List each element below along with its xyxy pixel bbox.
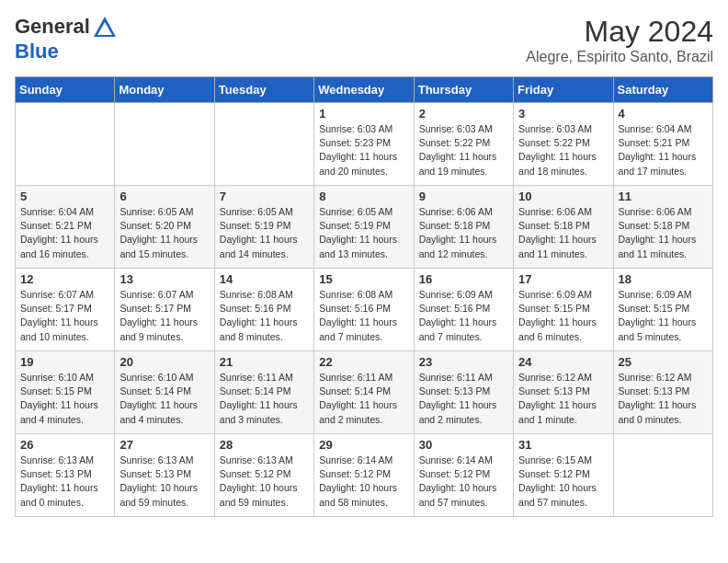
- day-number: 27: [119, 438, 209, 452]
- day-info: Sunrise: 6:03 AM Sunset: 5:23 PM Dayligh…: [319, 122, 408, 178]
- day-info: Sunrise: 6:07 AM Sunset: 5:17 PM Dayligh…: [119, 288, 209, 344]
- calendar-cell: 17Sunrise: 6:09 AM Sunset: 5:15 PM Dayli…: [514, 269, 613, 351]
- calendar-week-1: 1Sunrise: 6:03 AM Sunset: 5:23 PM Daylig…: [16, 103, 713, 186]
- calendar-week-4: 19Sunrise: 6:10 AM Sunset: 5:15 PM Dayli…: [16, 351, 713, 434]
- calendar-header-row: SundayMondayTuesdayWednesdayThursdayFrid…: [16, 77, 713, 103]
- calendar-body: 1Sunrise: 6:03 AM Sunset: 5:23 PM Daylig…: [16, 103, 713, 517]
- calendar-week-2: 5Sunrise: 6:04 AM Sunset: 5:21 PM Daylig…: [16, 186, 713, 269]
- location: Alegre, Espirito Santo, Brazil: [526, 49, 713, 65]
- calendar-cell: 12Sunrise: 6:07 AM Sunset: 5:17 PM Dayli…: [16, 269, 115, 351]
- calendar-cell: 27Sunrise: 6:13 AM Sunset: 5:13 PM Dayli…: [115, 434, 214, 517]
- day-info: Sunrise: 6:05 AM Sunset: 5:20 PM Dayligh…: [119, 205, 209, 261]
- day-header-friday: Friday: [514, 77, 613, 103]
- day-header-wednesday: Wednesday: [314, 77, 414, 103]
- calendar-cell: 25Sunrise: 6:12 AM Sunset: 5:13 PM Dayli…: [613, 351, 712, 434]
- day-number: 11: [619, 190, 708, 203]
- calendar-cell: [16, 103, 115, 186]
- calendar-week-3: 12Sunrise: 6:07 AM Sunset: 5:17 PM Dayli…: [16, 269, 713, 351]
- day-info: Sunrise: 6:10 AM Sunset: 5:15 PM Dayligh…: [20, 371, 109, 427]
- calendar-cell: 26Sunrise: 6:13 AM Sunset: 5:13 PM Dayli…: [16, 434, 115, 517]
- calendar-cell: 31Sunrise: 6:15 AM Sunset: 5:12 PM Dayli…: [514, 434, 613, 517]
- day-header-tuesday: Tuesday: [214, 77, 313, 103]
- calendar-cell: 22Sunrise: 6:11 AM Sunset: 5:14 PM Dayli…: [314, 351, 414, 434]
- day-info: Sunrise: 6:08 AM Sunset: 5:16 PM Dayligh…: [319, 288, 408, 344]
- day-number: 20: [119, 355, 209, 369]
- day-info: Sunrise: 6:04 AM Sunset: 5:21 PM Dayligh…: [619, 122, 708, 178]
- day-number: 28: [220, 438, 309, 452]
- logo-blue: Blue: [15, 40, 59, 63]
- calendar-cell: 10Sunrise: 6:06 AM Sunset: 5:18 PM Dayli…: [514, 186, 613, 269]
- day-info: Sunrise: 6:06 AM Sunset: 5:18 PM Dayligh…: [518, 205, 608, 261]
- day-info: Sunrise: 6:09 AM Sunset: 5:15 PM Dayligh…: [619, 288, 708, 344]
- calendar-cell: 13Sunrise: 6:07 AM Sunset: 5:17 PM Dayli…: [115, 269, 214, 351]
- day-number: 1: [319, 107, 408, 121]
- day-info: Sunrise: 6:11 AM Sunset: 5:14 PM Dayligh…: [319, 371, 408, 427]
- day-number: 10: [518, 190, 608, 203]
- calendar-cell: 21Sunrise: 6:11 AM Sunset: 5:14 PM Dayli…: [214, 351, 313, 434]
- day-number: 26: [20, 438, 109, 452]
- calendar-cell: 3Sunrise: 6:03 AM Sunset: 5:22 PM Daylig…: [514, 103, 613, 186]
- calendar-cell: 30Sunrise: 6:14 AM Sunset: 5:12 PM Dayli…: [414, 434, 513, 517]
- day-info: Sunrise: 6:09 AM Sunset: 5:16 PM Dayligh…: [419, 288, 508, 344]
- day-info: Sunrise: 6:07 AM Sunset: 5:17 PM Dayligh…: [20, 288, 109, 344]
- calendar-cell: 8Sunrise: 6:05 AM Sunset: 5:19 PM Daylig…: [314, 186, 414, 269]
- calendar-table: SundayMondayTuesdayWednesdayThursdayFrid…: [15, 76, 713, 517]
- day-info: Sunrise: 6:06 AM Sunset: 5:18 PM Dayligh…: [619, 205, 708, 261]
- day-info: Sunrise: 6:10 AM Sunset: 5:14 PM Dayligh…: [119, 371, 209, 427]
- day-number: 15: [319, 272, 408, 286]
- calendar-cell: 29Sunrise: 6:14 AM Sunset: 5:12 PM Dayli…: [314, 434, 414, 517]
- calendar-cell: 6Sunrise: 6:05 AM Sunset: 5:20 PM Daylig…: [115, 186, 214, 269]
- page-header: GeneralBlue May 2024 Alegre, Espirito Sa…: [15, 15, 713, 65]
- day-info: Sunrise: 6:14 AM Sunset: 5:12 PM Dayligh…: [319, 454, 408, 510]
- day-number: 14: [220, 272, 309, 286]
- calendar-cell: 20Sunrise: 6:10 AM Sunset: 5:14 PM Dayli…: [115, 351, 214, 434]
- calendar-cell: 5Sunrise: 6:04 AM Sunset: 5:21 PM Daylig…: [16, 186, 115, 269]
- day-header-monday: Monday: [115, 77, 214, 103]
- day-number: 4: [619, 107, 708, 121]
- day-info: Sunrise: 6:08 AM Sunset: 5:16 PM Dayligh…: [220, 288, 309, 344]
- day-info: Sunrise: 6:15 AM Sunset: 5:12 PM Dayligh…: [518, 454, 608, 510]
- calendar-cell: 18Sunrise: 6:09 AM Sunset: 5:15 PM Dayli…: [613, 269, 712, 351]
- day-number: 8: [319, 190, 408, 203]
- day-number: 12: [20, 272, 109, 286]
- day-header-thursday: Thursday: [414, 77, 513, 103]
- day-number: 19: [20, 355, 109, 369]
- day-info: Sunrise: 6:13 AM Sunset: 5:13 PM Dayligh…: [20, 454, 109, 510]
- day-info: Sunrise: 6:11 AM Sunset: 5:14 PM Dayligh…: [220, 371, 309, 427]
- calendar-week-5: 26Sunrise: 6:13 AM Sunset: 5:13 PM Dayli…: [16, 434, 713, 517]
- day-info: Sunrise: 6:05 AM Sunset: 5:19 PM Dayligh…: [319, 205, 408, 261]
- logo: GeneralBlue: [15, 15, 118, 63]
- calendar-cell: 4Sunrise: 6:04 AM Sunset: 5:21 PM Daylig…: [613, 103, 712, 186]
- calendar-cell: 1Sunrise: 6:03 AM Sunset: 5:23 PM Daylig…: [314, 103, 414, 186]
- day-number: 31: [518, 438, 608, 452]
- day-header-sunday: Sunday: [16, 77, 115, 103]
- day-number: 2: [419, 107, 508, 121]
- day-info: Sunrise: 6:04 AM Sunset: 5:21 PM Dayligh…: [20, 205, 109, 261]
- calendar-cell: 2Sunrise: 6:03 AM Sunset: 5:22 PM Daylig…: [414, 103, 513, 186]
- calendar-cell: [115, 103, 214, 186]
- calendar-cell: 19Sunrise: 6:10 AM Sunset: 5:15 PM Dayli…: [16, 351, 115, 434]
- day-info: Sunrise: 6:13 AM Sunset: 5:13 PM Dayligh…: [119, 454, 209, 510]
- calendar-cell: [613, 434, 712, 517]
- calendar-cell: 9Sunrise: 6:06 AM Sunset: 5:18 PM Daylig…: [414, 186, 513, 269]
- day-number: 23: [419, 355, 508, 369]
- calendar-cell: 24Sunrise: 6:12 AM Sunset: 5:13 PM Dayli…: [514, 351, 613, 434]
- day-number: 13: [119, 272, 209, 286]
- day-info: Sunrise: 6:03 AM Sunset: 5:22 PM Dayligh…: [518, 122, 608, 178]
- day-info: Sunrise: 6:09 AM Sunset: 5:15 PM Dayligh…: [518, 288, 608, 344]
- calendar-cell: 15Sunrise: 6:08 AM Sunset: 5:16 PM Dayli…: [314, 269, 414, 351]
- day-number: 21: [220, 355, 309, 369]
- day-info: Sunrise: 6:13 AM Sunset: 5:12 PM Dayligh…: [220, 454, 309, 510]
- day-number: 16: [419, 272, 508, 286]
- day-info: Sunrise: 6:14 AM Sunset: 5:12 PM Dayligh…: [419, 454, 508, 510]
- logo-general: General: [15, 15, 90, 38]
- logo-icon: [92, 15, 118, 40]
- calendar-cell: 7Sunrise: 6:05 AM Sunset: 5:19 PM Daylig…: [214, 186, 313, 269]
- day-number: 18: [619, 272, 708, 286]
- calendar-cell: 11Sunrise: 6:06 AM Sunset: 5:18 PM Dayli…: [613, 186, 712, 269]
- month-year: May 2024: [526, 15, 713, 49]
- day-info: Sunrise: 6:03 AM Sunset: 5:22 PM Dayligh…: [419, 122, 508, 178]
- day-info: Sunrise: 6:06 AM Sunset: 5:18 PM Dayligh…: [419, 205, 508, 261]
- day-info: Sunrise: 6:12 AM Sunset: 5:13 PM Dayligh…: [619, 371, 708, 427]
- day-info: Sunrise: 6:05 AM Sunset: 5:19 PM Dayligh…: [220, 205, 309, 261]
